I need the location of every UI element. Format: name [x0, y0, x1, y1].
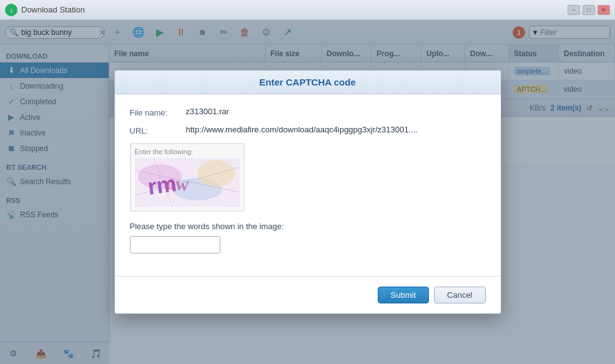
modal-url-label: URL:	[130, 125, 186, 135]
modal-overlay: Enter CAPTCHA code File name: z313001.ra…	[0, 20, 615, 364]
close-button[interactable]: ✕	[598, 5, 610, 15]
app-title: Download Station	[21, 5, 85, 14]
file-name-field: File name: z313001.rar	[130, 107, 486, 117]
titlebar-controls: − □ ✕	[568, 5, 610, 15]
modal-title: Enter CAPTCHA code	[115, 71, 501, 94]
captcha-image: rm ow	[135, 158, 240, 207]
file-name-label: File name:	[130, 107, 186, 117]
captcha-container: Enter the following:	[130, 143, 245, 212]
captcha-question: Please type the words shown in the image…	[130, 222, 486, 231]
submit-button[interactable]: Submit	[378, 287, 429, 303]
modal-body: File name: z313001.rar URL: http://www.m…	[115, 94, 501, 266]
captcha-enter-label: Enter the following:	[135, 148, 240, 155]
minimize-button[interactable]: −	[568, 5, 580, 15]
modal-url-value: http://www.mediafire.com/download/aaqc4i…	[186, 125, 418, 134]
app-icon: ↓	[5, 4, 17, 16]
file-name-value: z313001.rar	[186, 107, 229, 116]
captcha-modal: Enter CAPTCHA code File name: z313001.ra…	[114, 70, 501, 314]
cancel-button[interactable]: Cancel	[434, 287, 485, 303]
modal-divider	[115, 276, 501, 277]
titlebar-left: ↓ Download Station	[5, 4, 85, 16]
restore-button[interactable]: □	[583, 5, 595, 15]
titlebar: ↓ Download Station − □ ✕	[0, 0, 615, 20]
modal-footer: Submit Cancel	[115, 287, 501, 313]
modal-url-field: URL: http://www.mediafire.com/download/a…	[130, 125, 486, 135]
captcha-input[interactable]	[130, 236, 220, 253]
captcha-noise	[135, 158, 240, 207]
